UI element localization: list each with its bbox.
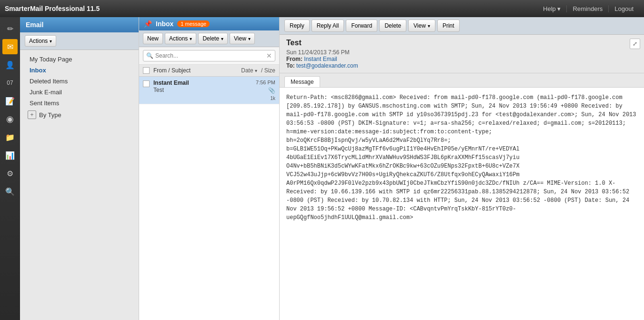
main-container: ✏ ✉ 👤 07 📝 ◉ 📁 📊 ⚙ 🔍 Email Actions ▾ My … [0, 17, 644, 320]
search-icon: 🔍 [146, 52, 153, 59]
actions-bar-left: Actions ▾ [20, 32, 139, 50]
toolbar-view-button[interactable]: View ▾ [230, 33, 255, 44]
toolbar-view-chevron: ▾ [248, 36, 251, 41]
reply-button[interactable]: Reply [284, 20, 310, 32]
message-size: 1k [270, 96, 275, 101]
folder-sent-items[interactable]: Sent Items [20, 98, 139, 109]
topbar: SmarterMail Professional 11.5 Help ▾ Rem… [0, 0, 644, 17]
folder-tree: My Today Page Inbox Deleted Items Junk E… [20, 50, 139, 125]
toolbar-actions-button[interactable]: Actions ▾ [165, 33, 196, 44]
logout-link[interactable]: Logout [608, 5, 639, 12]
add-folder-button[interactable]: + [28, 110, 36, 119]
toolbar-delete-chevron: ▾ [221, 36, 223, 41]
reports-icon[interactable]: 📊 [2, 148, 18, 163]
settings-icon[interactable]: ⚙ [2, 166, 18, 181]
viewer-delete-button[interactable]: Delete [379, 20, 406, 32]
table-row[interactable]: Instant Email Test 7:56 PM 📎 1k [139, 77, 279, 104]
calendar-icon[interactable]: 07 [2, 75, 18, 90]
viewer-view-button[interactable]: View ▾ [408, 20, 435, 32]
compose-icon[interactable]: ✏ [2, 21, 18, 36]
from-label: From: [286, 56, 302, 62]
reply-all-button[interactable]: Reply All [312, 20, 344, 32]
message-subject: Test [153, 87, 256, 93]
folder-junk-email[interactable]: Junk E-mail [20, 87, 139, 98]
search-clear-icon[interactable]: ✕ [266, 52, 272, 60]
help-link[interactable]: Help ▾ [537, 5, 566, 12]
pin-icon: 📌 [144, 20, 152, 28]
email-date: Sun 11/24/2013 7:56 PM [286, 49, 637, 56]
message-list-panel: 📌 Inbox 1 message New Actions ▾ Delete ▾… [139, 17, 280, 320]
email-from-line: From: Instant Email [286, 56, 637, 62]
message-toolbar: New Actions ▾ Delete ▾ View ▾ [139, 30, 279, 47]
folder-deleted-items[interactable]: Deleted Items [20, 76, 139, 87]
folder-inbox[interactable]: Inbox [20, 65, 139, 76]
email-subject-bar: Test Sun 11/24/2013 7:56 PM From: Instan… [280, 35, 644, 73]
message-list-header: From / Subject Date ▾ / Size [139, 65, 279, 77]
message-time-col: 7:56 PM 📎 1k [256, 80, 275, 101]
from-value[interactable]: Instant Email [304, 56, 337, 62]
toolbar-actions-chevron: ▾ [190, 36, 192, 41]
actions-chevron-icon: ▾ [50, 39, 52, 44]
search-wrapper: 🔍 ✕ [143, 50, 275, 61]
left-actions-button[interactable]: Actions ▾ [25, 35, 56, 47]
new-message-button[interactable]: New [143, 33, 163, 44]
print-button[interactable]: Print [437, 20, 460, 32]
email-to-line: To: test@godalexander.com [286, 62, 637, 69]
select-all-checkbox[interactable] [143, 67, 150, 74]
message-content: Instant Email Test [153, 80, 256, 93]
email-meta: Sun 11/24/2013 7:56 PM From: Instant Ema… [286, 49, 637, 69]
app-title: SmarterMail Professional 11.5 [5, 5, 100, 12]
email-viewer: Reply Reply All Forward Delete View ▾ Pr… [280, 17, 644, 320]
search-input[interactable] [155, 52, 266, 59]
sidebar: ✏ ✉ 👤 07 📝 ◉ 📁 📊 ⚙ 🔍 [0, 17, 20, 320]
toolbar-delete-button[interactable]: Delete ▾ [198, 33, 228, 44]
email-folder-panel: Email Actions ▾ My Today Page Inbox Dele… [20, 17, 139, 320]
email-panel-header: Email [20, 17, 139, 32]
forward-button[interactable]: Forward [346, 20, 377, 32]
contacts-icon[interactable]: 👤 [2, 57, 18, 72]
inbox-header: 📌 Inbox 1 message [139, 17, 279, 30]
viewer-toolbar: Reply Reply All Forward Delete View ▾ Pr… [280, 17, 644, 35]
column-from-subject: From / Subject [153, 67, 241, 74]
message-tab-bar: Message [280, 73, 644, 88]
folder-my-today-page[interactable]: My Today Page [20, 54, 139, 65]
email-body: Return-Path: <msc8286@gmail.com> Receive… [280, 88, 644, 320]
search-bottom-icon[interactable]: 🔍 [2, 184, 18, 199]
sort-arrow-icon: ▾ [255, 68, 257, 73]
rss-icon[interactable]: ◉ [2, 111, 18, 127]
files-icon[interactable]: 📁 [2, 130, 18, 145]
topbar-links: Help ▾ Reminders Logout [537, 5, 639, 12]
message-from: Instant Email [153, 80, 256, 86]
by-type-group[interactable]: + By Type [20, 109, 139, 121]
viewer-view-chevron: ▾ [428, 23, 430, 29]
expand-button[interactable]: ⤢ [630, 39, 640, 49]
reminders-link[interactable]: Reminders [566, 5, 608, 12]
message-time: 7:56 PM [256, 80, 275, 85]
search-bar: 🔍 ✕ [139, 47, 279, 65]
inbox-badge: 1 message [177, 20, 210, 27]
inbox-label: Inbox [156, 20, 173, 28]
tab-message[interactable]: Message [284, 76, 320, 87]
email-subject: Test [286, 39, 637, 47]
email-icon[interactable]: ✉ [2, 39, 18, 54]
notes-icon[interactable]: 📝 [2, 93, 18, 109]
attachment-icon: 📎 [268, 87, 275, 94]
column-date: Date ▾ [241, 67, 257, 74]
column-size: / Size [261, 67, 275, 74]
viewer-header-area: Test Sun 11/24/2013 7:56 PM From: Instan… [280, 35, 644, 73]
by-type-label: By Type [39, 111, 61, 119]
message-checkbox[interactable] [143, 80, 150, 87]
to-label: To: [286, 62, 295, 69]
to-value[interactable]: test@godalexander.com [296, 62, 358, 69]
